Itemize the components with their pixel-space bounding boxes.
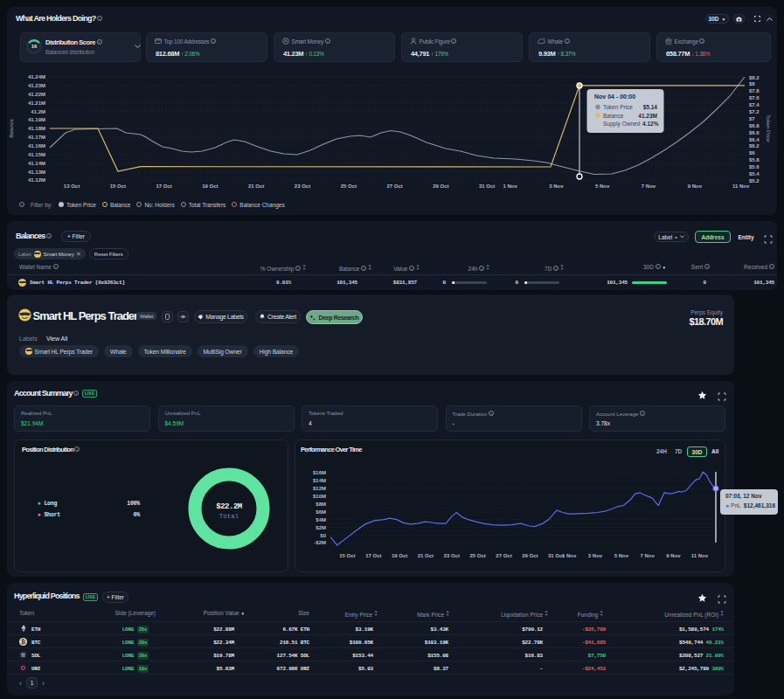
svg-text:$5.2: $5.2 [749, 178, 760, 183]
svg-text:$6M: $6M [316, 509, 326, 515]
svg-text:41.22M: 41.22M [28, 92, 45, 97]
svg-text:1 Nov: 1 Nov [562, 553, 577, 558]
svg-text:7 Nov: 7 Nov [642, 183, 656, 189]
svg-text:21 Oct: 21 Oct [248, 183, 264, 189]
svg-text:$0: $0 [320, 533, 326, 538]
svg-text:7 Nov: 7 Nov [641, 553, 656, 558]
svg-text:11 Nov: 11 Nov [691, 553, 709, 558]
svg-text:$14M: $14M [313, 478, 326, 483]
svg-text:21 Oct: 21 Oct [418, 553, 434, 558]
svg-text:$8: $8 [749, 81, 755, 87]
svg-text:4.12%: 4.12% [642, 121, 659, 127]
svg-text:Balance: Balance [9, 118, 14, 137]
svg-text:5 Nov: 5 Nov [614, 553, 629, 558]
svg-text:41.13M: 41.13M [28, 170, 45, 175]
svg-text:Token Price: Token Price [766, 114, 771, 142]
svg-text:$2M: $2M [316, 525, 326, 530]
svg-text:$7.6: $7.6 [749, 95, 760, 100]
svg-text:41.12M: 41.12M [28, 177, 45, 183]
svg-text:$8M: $8M [316, 502, 326, 507]
svg-text:$16M: $16M [313, 470, 326, 475]
svg-text:41.16M: 41.16M [28, 143, 45, 149]
svg-text:3 Nov: 3 Nov [549, 183, 564, 189]
svg-text:$12M: $12M [313, 486, 326, 491]
svg-text:$6.6: $6.6 [749, 130, 760, 135]
svg-text:27 Oct: 27 Oct [386, 183, 402, 189]
svg-text:23 Oct: 23 Oct [295, 183, 310, 189]
svg-text:9 Nov: 9 Nov [666, 553, 681, 558]
svg-text:5 Nov: 5 Nov [595, 183, 610, 189]
svg-text:41.18M: 41.18M [28, 126, 45, 131]
svg-text:$6: $6 [749, 150, 755, 156]
svg-text:$7.2: $7.2 [749, 109, 760, 114]
svg-text:$7: $7 [749, 116, 755, 121]
svg-text:Balance: Balance [603, 113, 624, 119]
svg-text:$5.14: $5.14 [643, 104, 658, 111]
svg-text:$7.4: $7.4 [749, 102, 760, 107]
svg-text:$6.4: $6.4 [749, 137, 760, 142]
svg-text:Token Price: Token Price [603, 104, 633, 110]
svg-text:$7.8: $7.8 [749, 88, 760, 93]
svg-text:17 Oct: 17 Oct [156, 183, 171, 189]
svg-text:Supply Owned: Supply Owned [603, 121, 641, 128]
svg-text:$6.2: $6.2 [749, 143, 760, 149]
svg-text:29 Oct: 29 Oct [433, 183, 448, 189]
svg-text:Total: Total [219, 513, 239, 520]
svg-text:41.17M: 41.17M [28, 135, 45, 140]
svg-text:$5.8: $5.8 [749, 157, 760, 163]
svg-text:13 Oct: 13 Oct [64, 183, 80, 189]
svg-text:27 Oct: 27 Oct [496, 553, 511, 558]
svg-text:31 Oct: 31 Oct [479, 183, 495, 189]
svg-text:$4M: $4M [316, 517, 326, 523]
svg-text:$8.2: $8.2 [749, 75, 760, 80]
svg-text:$6.8: $6.8 [749, 123, 760, 128]
svg-text:29 Oct: 29 Oct [522, 553, 538, 558]
svg-text:17 Oct: 17 Oct [365, 553, 381, 558]
svg-text:41.14M: 41.14M [28, 161, 45, 166]
svg-text:41.19M: 41.19M [28, 117, 45, 122]
svg-text:15 Oct: 15 Oct [110, 183, 126, 189]
svg-text:41.23M: 41.23M [28, 83, 45, 88]
svg-text:25 Oct: 25 Oct [341, 183, 357, 189]
svg-text:$10M: $10M [313, 494, 326, 499]
svg-text:₿: ₿ [21, 639, 25, 645]
svg-text:1 Nov: 1 Nov [503, 183, 517, 189]
svg-text:3 Nov: 3 Nov [588, 553, 603, 558]
svg-text:$5.4: $5.4 [749, 171, 760, 176]
svg-text:41.21M: 41.21M [28, 100, 45, 106]
svg-text:-$2M: -$2M [314, 540, 326, 545]
svg-text:23 Oct: 23 Oct [444, 553, 460, 558]
svg-text:25 Oct: 25 Oct [469, 553, 485, 558]
svg-text:41.23M: 41.23M [638, 113, 657, 119]
svg-text:15 Oct: 15 Oct [339, 553, 355, 558]
svg-text:16: 16 [31, 44, 38, 49]
svg-text:9 Nov: 9 Nov [688, 183, 703, 189]
svg-text:11 Nov: 11 Nov [732, 183, 750, 189]
svg-text:41.24M: 41.24M [28, 74, 45, 80]
svg-text:19 Oct: 19 Oct [202, 183, 218, 189]
svg-text:$5.6: $5.6 [749, 164, 760, 170]
svg-text:41.2M: 41.2M [31, 109, 45, 114]
svg-text:$22.2M: $22.2M [216, 502, 242, 511]
svg-text:19 Oct: 19 Oct [392, 553, 407, 558]
svg-text:Nov 04 - 00:00: Nov 04 - 00:00 [594, 93, 635, 100]
svg-text:41.15M: 41.15M [28, 152, 45, 157]
